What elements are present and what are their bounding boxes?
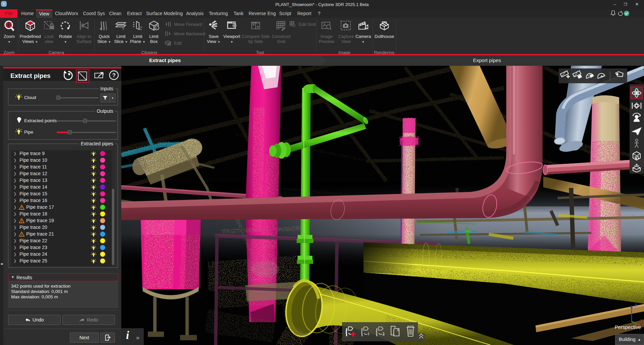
svg-text:Y: Y <box>122 26 125 31</box>
svg-text:X: X <box>640 318 643 323</box>
svg-text:Z: Z <box>634 303 637 308</box>
svg-text:A: A <box>156 27 158 30</box>
svg-text:?: ? <box>112 72 116 79</box>
svg-text:Z: Z <box>139 26 142 31</box>
